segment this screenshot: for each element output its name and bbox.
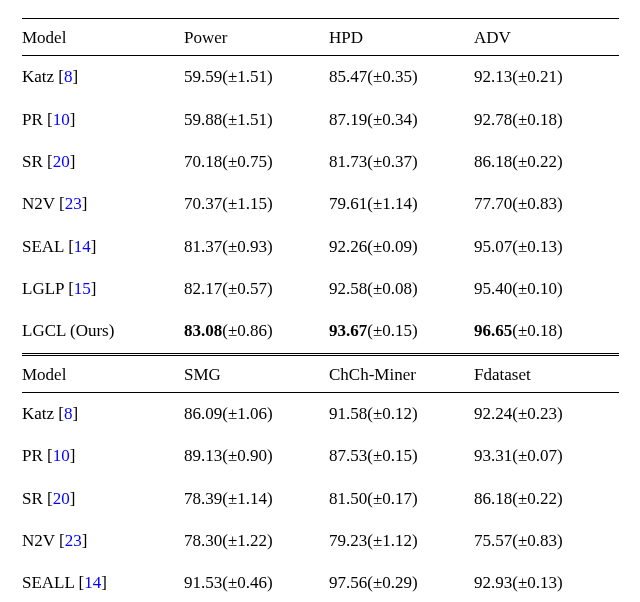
value-cell: 92.58(±0.08) (329, 268, 474, 310)
col-hpd: HPD (329, 19, 474, 56)
value-cell: 92.13(±0.21) (474, 56, 619, 99)
col-adv: ADV (474, 19, 619, 56)
value-cell: 91.58(±0.12) (329, 393, 474, 436)
value-cell: 86.09(±1.06) (184, 393, 329, 436)
model-cell: LGLP [15] (22, 268, 184, 310)
col-power: Power (184, 19, 329, 56)
table1-header-row: Model Power HPD ADV (22, 19, 619, 56)
value-cell: 96.65(±0.18) (474, 310, 619, 354)
value-cell: 87.53(±0.15) (329, 435, 474, 477)
table-row: LGCL (Ours)83.08(±0.86)93.67(±0.15)96.65… (22, 310, 619, 354)
value-cell: 97.56(±0.29) (329, 562, 474, 602)
value-cell: 81.73(±0.37) (329, 141, 474, 183)
value-cell: 85.47(±0.35) (329, 56, 474, 99)
table-row: SR [20]78.39(±1.14)81.50(±0.17)86.18(±0.… (22, 478, 619, 520)
col-model: Model (22, 19, 184, 56)
value-cell: 81.50(±0.17) (329, 478, 474, 520)
value-cell: 89.13(±0.90) (184, 435, 329, 477)
value-cell: 70.18(±0.75) (184, 141, 329, 183)
citation-link[interactable]: 8 (64, 67, 73, 86)
value-cell: 77.70(±0.83) (474, 183, 619, 225)
model-cell: PR [10] (22, 435, 184, 477)
table-row: SEALL [14]91.53(±0.46)97.56(±0.29)92.93(… (22, 562, 619, 602)
value-cell: 78.39(±1.14) (184, 478, 329, 520)
value-cell: 83.08(±0.86) (184, 310, 329, 354)
table-row: SR [20]70.18(±0.75)81.73(±0.37)86.18(±0.… (22, 141, 619, 183)
col-fdataset: Fdataset (474, 354, 619, 392)
model-cell: N2V [23] (22, 183, 184, 225)
col-smg: SMG (184, 354, 329, 392)
col-chch: ChCh-Miner (329, 354, 474, 392)
citation-link[interactable]: 14 (84, 573, 101, 592)
table-row: PR [10]89.13(±0.90)87.53(±0.15)93.31(±0.… (22, 435, 619, 477)
value-cell: 86.18(±0.22) (474, 141, 619, 183)
value-cell: 92.26(±0.09) (329, 226, 474, 268)
value-cell: 59.59(±1.51) (184, 56, 329, 99)
value-cell: 92.93(±0.13) (474, 562, 619, 602)
citation-link[interactable]: 10 (53, 110, 70, 129)
citation-link[interactable]: 23 (65, 194, 82, 213)
value-cell: 92.24(±0.23) (474, 393, 619, 436)
table-row: N2V [23]70.37(±1.15)79.61(±1.14)77.70(±0… (22, 183, 619, 225)
table-row: Katz [8]86.09(±1.06)91.58(±0.12)92.24(±0… (22, 393, 619, 436)
value-cell: 95.07(±0.13) (474, 226, 619, 268)
citation-link[interactable]: 20 (53, 152, 70, 171)
model-cell: Katz [8] (22, 393, 184, 436)
model-cell: Katz [8] (22, 56, 184, 99)
value-cell: 59.88(±1.51) (184, 99, 329, 141)
table-row: N2V [23]78.30(±1.22)79.23(±1.12)75.57(±0… (22, 520, 619, 562)
value-cell: 78.30(±1.22) (184, 520, 329, 562)
citation-link[interactable]: 10 (53, 446, 70, 465)
value-cell: 91.53(±0.46) (184, 562, 329, 602)
model-cell: SEALL [14] (22, 562, 184, 602)
col-model: Model (22, 354, 184, 392)
value-cell: 75.57(±0.83) (474, 520, 619, 562)
value-cell: 79.23(±1.12) (329, 520, 474, 562)
value-cell: 95.40(±0.10) (474, 268, 619, 310)
value-cell: 87.19(±0.34) (329, 99, 474, 141)
value-cell: 81.37(±0.93) (184, 226, 329, 268)
table2-header-row: Model SMG ChCh-Miner Fdataset (22, 354, 619, 392)
value-cell: 79.61(±1.14) (329, 183, 474, 225)
table-row: PR [10]59.88(±1.51)87.19(±0.34)92.78(±0.… (22, 99, 619, 141)
model-cell: SR [20] (22, 141, 184, 183)
citation-link[interactable]: 8 (64, 404, 73, 423)
value-cell: 86.18(±0.22) (474, 478, 619, 520)
model-cell: PR [10] (22, 99, 184, 141)
value-cell: 82.17(±0.57) (184, 268, 329, 310)
citation-link[interactable]: 15 (74, 279, 91, 298)
model-cell: LGCL (Ours) (22, 310, 184, 354)
value-cell: 70.37(±1.15) (184, 183, 329, 225)
model-cell: SR [20] (22, 478, 184, 520)
table-row: Katz [8]59.59(±1.51)85.47(±0.35)92.13(±0… (22, 56, 619, 99)
citation-link[interactable]: 14 (74, 237, 91, 256)
value-cell: 92.78(±0.18) (474, 99, 619, 141)
model-cell: N2V [23] (22, 520, 184, 562)
value-cell: 93.31(±0.07) (474, 435, 619, 477)
citation-link[interactable]: 23 (65, 531, 82, 550)
value-cell: 93.67(±0.15) (329, 310, 474, 354)
results-table: Model Power HPD ADV Katz [8]59.59(±1.51)… (22, 18, 619, 602)
citation-link[interactable]: 20 (53, 489, 70, 508)
table-row: LGLP [15]82.17(±0.57)92.58(±0.08)95.40(±… (22, 268, 619, 310)
table-row: SEAL [14]81.37(±0.93)92.26(±0.09)95.07(±… (22, 226, 619, 268)
model-cell: SEAL [14] (22, 226, 184, 268)
